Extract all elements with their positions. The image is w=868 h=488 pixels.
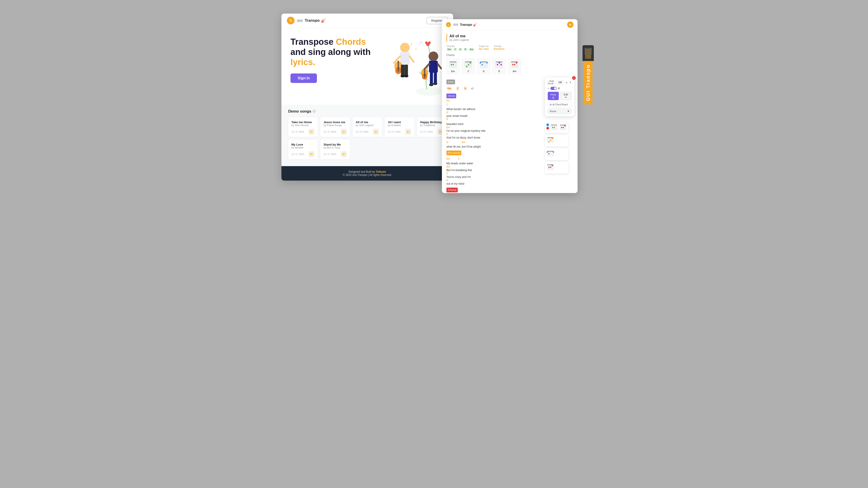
song-artist-0: by John Denver <box>291 124 314 127</box>
meta-capo: Capo on: No capo <box>479 45 489 50</box>
scroll-down-btn[interactable]: ▼ <box>569 81 572 84</box>
svg-point-163 <box>585 53 586 55</box>
scroll-up-btn[interactable]: ▲ <box>565 81 568 84</box>
chord-g-hit: G <box>446 141 448 144</box>
side-panel-btns-1 <box>546 123 549 129</box>
song-card-1[interactable]: Jesus loves me by Praise Songs 12 / 5 / … <box>320 117 350 137</box>
side-panel-am2 <box>545 162 568 174</box>
chord-board-button[interactable]: ⊞ ⊞ Chord Board <box>548 102 572 107</box>
landing-window: G GUI Transpo 🎸 Register Transpose Chord… <box>281 13 453 181</box>
detail-logo-icon: G <box>446 22 451 27</box>
svg-text:G: G <box>448 24 449 26</box>
floating-toolbar: × ↑ Auto Scroll ▲ ▼ ♭ # Print 🖨 Edit ✏ ⊞ <box>545 78 575 116</box>
svg-point-138 <box>547 151 548 153</box>
svg-point-114 <box>564 125 565 126</box>
demo-info-icon[interactable]: ⓘ <box>313 110 315 114</box>
svg-point-67 <box>480 62 481 63</box>
song-info-header: All of me by John Legend <box>446 34 573 41</box>
svg-point-164 <box>590 53 592 55</box>
song-card-0[interactable]: Take me Home by John Denver 12 / 5 / 202… <box>288 117 318 137</box>
side-chord-c2[interactable] <box>546 136 555 144</box>
scroll-speed-input[interactable] <box>556 81 564 84</box>
chart-g[interactable]: G <box>477 59 490 74</box>
svg-point-45 <box>453 64 454 65</box>
song-open-btn-0[interactable]: 📁 <box>309 129 314 135</box>
chart-em-label: Em <box>451 70 455 72</box>
toolbar-close-btn[interactable]: × <box>572 76 576 80</box>
song-title-4: Happy Birthday <box>420 120 443 124</box>
svg-point-68 <box>482 64 483 65</box>
sign-in-button[interactable]: Sign In <box>290 73 317 83</box>
svg-point-116 <box>561 127 562 128</box>
flat-sharp-toggle[interactable] <box>550 87 557 90</box>
song-title-2: All of me <box>356 120 379 124</box>
side-chord-em[interactable] <box>550 123 558 131</box>
chart-d[interactable]: D <box>493 59 506 74</box>
toggle-knob <box>554 87 556 90</box>
side-chord-am[interactable] <box>559 123 567 131</box>
print-button[interactable]: Print 🖨 <box>548 92 559 100</box>
footer-copyright: © 2022 Gui-Transpo | All rights reserved… <box>285 173 449 177</box>
song-card-5[interactable]: My Love by Westlife 12 / 5 / 2020 📁 <box>288 140 318 159</box>
intro-c: C <box>456 86 460 91</box>
svg-point-152 <box>550 166 551 168</box>
chart-c[interactable]: C <box>462 59 475 74</box>
song-open-btn-5[interactable]: 📁 <box>309 151 314 157</box>
flat-icon: ♭ <box>548 87 549 90</box>
song-by: by John Legend <box>450 38 573 41</box>
logo-transpo: Transpo <box>305 18 320 23</box>
chord-em-pre: Em <box>446 157 450 160</box>
song-open-btn-3[interactable]: 📁 <box>405 129 411 135</box>
svg-point-115 <box>563 127 564 128</box>
chord-D: D <box>464 48 467 51</box>
intro-g: G <box>464 86 467 91</box>
detail-header: G GUI Transpo 🎸 H <box>442 19 578 30</box>
song-card-3[interactable]: All I want by Kodaline 12 / 5 / 2020 📁 <box>385 117 414 137</box>
song-card-2[interactable]: All of me by John Legend 12 / 5 / 2020 📁 <box>352 117 382 137</box>
svg-point-81 <box>497 64 498 65</box>
side-chord-g2[interactable] <box>546 150 555 158</box>
svg-point-92 <box>514 64 515 65</box>
chorus-label: [Chorus] <box>446 188 458 192</box>
svg-point-93 <box>512 64 514 65</box>
song-open-btn-1[interactable]: 📁 <box>341 129 347 135</box>
side-chord-panels <box>545 122 568 174</box>
lyric-crazy: You're crazy and I'm <box>446 175 573 179</box>
verse-label: [Verse] <box>446 94 456 98</box>
song-date-1: 12 / 5 / 2020 <box>323 131 336 133</box>
vertical-branding: GUI Transpo <box>583 45 594 104</box>
song-artist-3: by Kodaline <box>388 124 411 127</box>
song-date-3: 12 / 5 / 2020 <box>388 131 401 133</box>
reset-button[interactable]: Reset ▼ <box>548 109 572 114</box>
side-chord-am2[interactable] <box>546 163 555 171</box>
chart-am[interactable]: Am <box>508 59 521 74</box>
user-avatar: H <box>567 22 574 28</box>
song-card-6[interactable]: Stand by Me by Ben E. King 12 / 5 / 2020… <box>320 140 350 159</box>
chord-C: C <box>454 48 457 51</box>
intro-em: Em <box>447 86 452 91</box>
song-open-btn-6[interactable]: 📁 <box>341 151 347 157</box>
svg-point-160 <box>590 48 592 50</box>
pre-chorus-label: [Pre-chorus] <box>446 151 461 155</box>
chord-Em: Em <box>446 48 452 51</box>
chart-em[interactable]: Em <box>446 59 460 74</box>
svg-point-69 <box>487 62 488 63</box>
song-open-btn-2[interactable]: 📁 <box>373 129 379 135</box>
vertical-brand-text: GUI Transpo <box>584 61 592 104</box>
reset-arrow-icon: ▼ <box>567 110 569 113</box>
logo-bolt-icon: 🎸 <box>321 18 326 23</box>
chord-am-hit: Am <box>462 141 465 144</box>
detail-transpo-label: Transpo <box>460 23 472 26</box>
svg-point-80 <box>500 64 502 65</box>
detail-gui-label: GUI <box>453 23 459 26</box>
chart-am-label: Am <box>513 70 516 72</box>
footer-designed: Designed and Built by TeNyain <box>285 170 449 173</box>
svg-point-91 <box>516 62 517 63</box>
landing-header: G GUI Transpo 🎸 Register <box>281 13 453 28</box>
side-btn-blue-1[interactable] <box>546 123 549 126</box>
side-btn-red-1[interactable] <box>546 127 549 129</box>
edit-button[interactable]: Edit ✏ <box>560 92 572 100</box>
song-artist-6: by Ben E. King <box>323 146 346 149</box>
song-date-2: 12 / 5 / 2020 <box>356 131 368 133</box>
song-artist-5: by Westlife <box>291 146 314 149</box>
